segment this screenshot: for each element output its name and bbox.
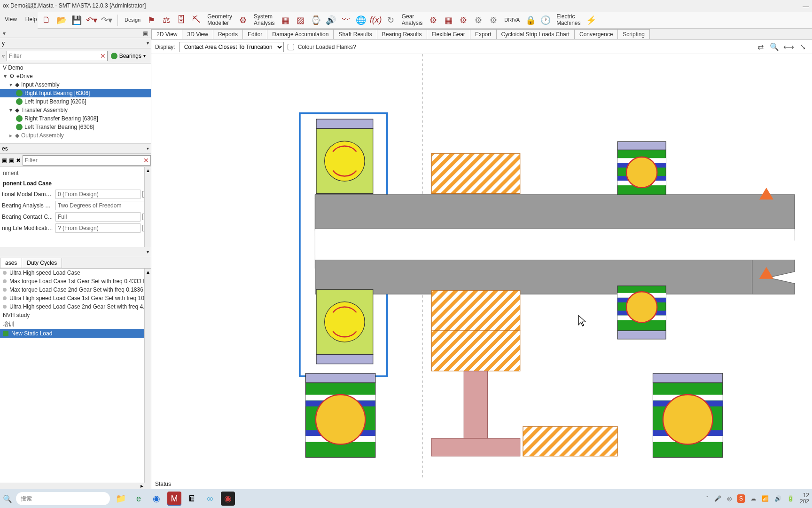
tab-convergence[interactable]: Convergence [574, 29, 618, 39]
explorer-icon[interactable]: 📁 [114, 492, 128, 506]
design-button[interactable]: Design [123, 17, 142, 23]
battery-icon[interactable]: 🔋 [787, 495, 794, 502]
tab-flexible[interactable]: Flexible Gear [427, 29, 470, 39]
props-tool3-icon[interactable]: ✖ [16, 157, 21, 164]
bearings-filter-button[interactable]: Bearings ▾ [108, 51, 149, 61]
tab-3d-view[interactable]: 3D View [182, 29, 213, 39]
start-icon[interactable]: 🔍 [3, 494, 12, 503]
clear-filter-icon[interactable]: ✕ [100, 52, 106, 60]
2d-canvas[interactable] [151, 54, 812, 480]
load-case-item[interactable]: Ultra High speed Load Case 2nd Gear Set … [0, 302, 151, 311]
edge-icon[interactable]: ◉ [149, 492, 164, 506]
lock-icon[interactable]: 🔒 [524, 14, 537, 26]
tab-2d-view[interactable]: 2D View [151, 29, 182, 39]
tree-left-input-bearing[interactable]: Left Input Bearing [6206] [0, 97, 151, 106]
masta-app-icon[interactable]: M [167, 492, 181, 506]
app-icon[interactable]: ∞ [203, 492, 217, 506]
globe-icon[interactable]: 🌐 [355, 14, 367, 26]
undo-icon[interactable]: ↶▾ [86, 14, 98, 26]
recorder-icon[interactable]: ◉ [221, 492, 235, 506]
tree-root[interactable]: V Demo [0, 64, 151, 72]
tab-scripting[interactable]: Scripting [617, 29, 650, 39]
watch-icon[interactable]: ⌚ [310, 14, 322, 26]
chart1-icon[interactable]: ▦ [280, 14, 292, 26]
scrollbar[interactable]: ▴ [144, 167, 151, 247]
bearing-analysis-value[interactable]: Two Degrees of Freedom [55, 201, 149, 210]
tab-load-cases[interactable]: ases [0, 258, 22, 268]
life-mod-value[interactable]: ? (From Design) [55, 223, 141, 233]
tree-filter-input[interactable] [7, 51, 108, 61]
taskbar-clock[interactable]: 12 202 [800, 492, 809, 505]
tab-cycloidal[interactable]: Cycloidal Strip Loads Chart [496, 29, 575, 39]
weight-icon[interactable]: ⚖ [160, 14, 172, 26]
modal-damping-value[interactable]: 0 (From Design) [55, 190, 141, 199]
tree-input-assembly[interactable]: ▾◆Input Assembly [0, 80, 151, 89]
bearing-contact-value[interactable]: Full [55, 212, 141, 222]
load-case-item[interactable]: NVH study [0, 311, 151, 319]
tab-shaft[interactable]: Shaft Results [333, 29, 377, 39]
bolt-icon[interactable]: ⚡ [585, 14, 597, 26]
view-link-icon[interactable]: ⇄ [755, 41, 766, 53]
clock-icon[interactable]: 🕐 [539, 14, 552, 26]
open-icon[interactable]: 📂 [55, 14, 68, 26]
tab-export[interactable]: Export [470, 29, 497, 39]
view-measure-icon[interactable]: ⟷ [783, 41, 794, 53]
tree-right-transfer-bearing[interactable]: Right Transfer Bearing [6308] [0, 114, 151, 123]
flag-icon[interactable]: ⚑ [145, 14, 157, 26]
tree-left-transfer-bearing[interactable]: Left Transfer Bearing [6308] [0, 123, 151, 131]
gear-analysis-button[interactable]: Gear Analysis [400, 14, 425, 26]
tab-damage[interactable]: Damage Accumulation [267, 29, 334, 39]
fx-icon[interactable]: f(x) [370, 14, 382, 26]
props-filter-input[interactable] [23, 155, 151, 166]
gear2-icon[interactable]: ⚙ [427, 14, 439, 26]
props-tool1-icon[interactable]: ▣ [2, 157, 7, 164]
load-case-item[interactable]: 培训 [0, 319, 151, 329]
cloud-icon[interactable]: ☁ [750, 495, 756, 502]
sound-icon[interactable]: 🔊 [325, 14, 337, 26]
system-analysis-button[interactable]: System Analysis [252, 14, 277, 26]
display-mode-select[interactable]: Contact Area Closest To Truncation [179, 42, 284, 52]
new-icon[interactable]: 🗋 [40, 14, 53, 26]
load-case-item-selected[interactable]: New Static Load [0, 329, 151, 338]
geometry-modeller-button[interactable]: Geometry Modeller [205, 14, 234, 26]
load-case-item[interactable]: Max torque Load Case 2nd Gear Set with f… [0, 286, 151, 294]
tray-up-icon[interactable]: ˄ [706, 495, 709, 502]
load-cases-header[interactable]: ▾ [0, 247, 151, 257]
chart2-icon[interactable]: ▨ [295, 14, 307, 26]
expand-icon[interactable]: ▿ [2, 53, 5, 59]
mic-icon[interactable]: 🎤 [714, 495, 721, 502]
model-tree[interactable]: V Demo ▾⚙eDrive ▾◆Input Assembly Right I… [0, 64, 151, 143]
grid-icon[interactable]: ▦ [442, 14, 454, 26]
tree-edrive[interactable]: ▾⚙eDrive [0, 72, 151, 80]
menu-help[interactable]: Help [25, 16, 37, 23]
tool-icon[interactable]: ⛏ [190, 14, 203, 26]
view-axes-icon[interactable]: ⤡ [797, 41, 808, 53]
tree-output-assembly[interactable]: ▸◆Output Assembly [0, 131, 151, 140]
props-tool2-icon[interactable]: ▣ [9, 157, 14, 164]
menu-view[interactable]: View [5, 16, 17, 23]
ime-icon[interactable]: S [737, 494, 745, 503]
clear-props-filter-icon[interactable]: ✕ [143, 157, 149, 164]
colour-flanks-checkbox[interactable] [288, 44, 294, 50]
redo-icon[interactable]: ↷▾ [101, 14, 113, 26]
refresh-icon[interactable]: ↻ [385, 14, 397, 26]
location-icon[interactable]: ◎ [727, 495, 732, 502]
tab-reports[interactable]: Reports [213, 29, 243, 39]
edge-legacy-icon[interactable]: e [132, 492, 146, 506]
gear3-icon[interactable]: ⚙ [457, 14, 469, 26]
load-case-item[interactable]: Ultra High speed Load Case 1st Gear Set … [0, 294, 151, 302]
vibration-icon[interactable]: 〰 [340, 14, 352, 26]
scrollbar[interactable]: ▴ [144, 269, 151, 483]
tab-bearing[interactable]: Bearing Results [377, 29, 427, 39]
tab-editor[interactable]: Editor [242, 29, 267, 39]
tab-duty-cycles[interactable]: Duty Cycles [22, 258, 62, 268]
tree-right-input-bearing[interactable]: Right Input Bearing [6306] [0, 89, 151, 97]
props-dropdown[interactable]: es ▾ [0, 143, 151, 154]
save-icon[interactable]: 💾 [70, 14, 83, 26]
wifi-icon[interactable]: 📶 [762, 495, 769, 502]
load-case-item[interactable]: Ultra High speed Load Case [0, 269, 151, 277]
tree-transfer-assembly[interactable]: ▾◆Transfer Assembly [0, 106, 151, 114]
minimize-icon[interactable]: — [803, 2, 809, 10]
view-zoom-icon[interactable]: 🔍 [769, 41, 780, 53]
electric-machines-button[interactable]: Electric Machines [554, 14, 582, 26]
